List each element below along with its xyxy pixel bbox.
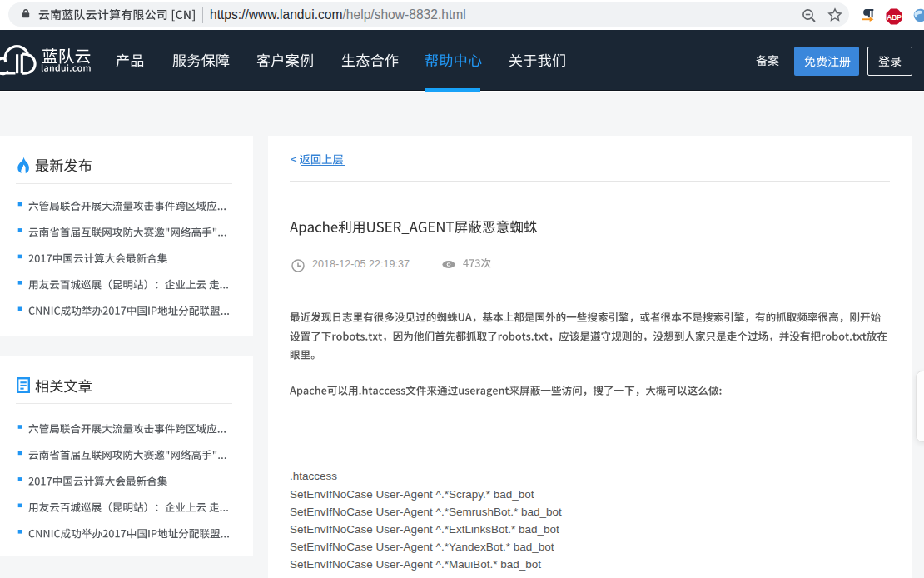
svg-text:ABP: ABP <box>887 13 902 22</box>
